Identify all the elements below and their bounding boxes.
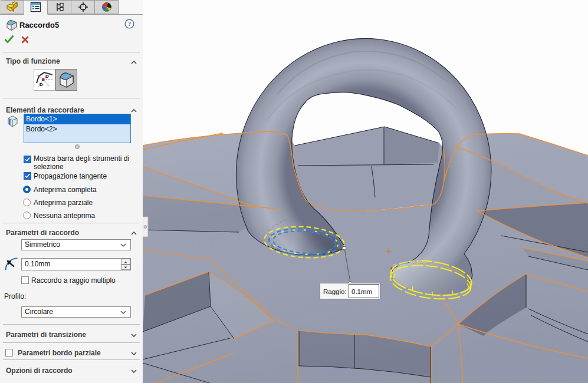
svg-text:D: D <box>40 82 43 87</box>
svg-text:?: ? <box>128 21 131 27</box>
svg-text:Raggio:: Raggio: <box>323 288 347 295</box>
svg-text:D: D <box>45 74 49 79</box>
svg-text:0.1mm: 0.1mm <box>352 288 372 295</box>
